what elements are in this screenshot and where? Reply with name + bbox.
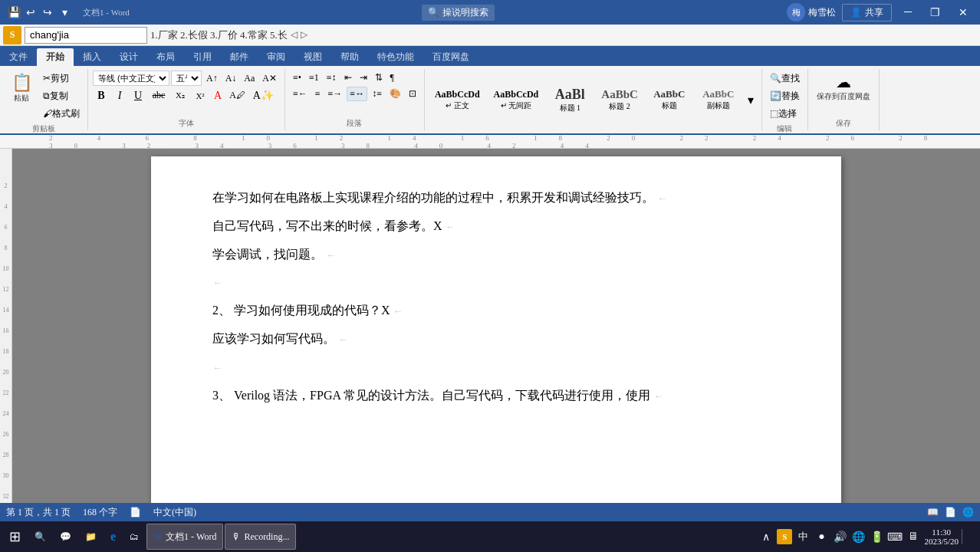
select-button[interactable]: ⬚ 选择 — [767, 106, 803, 122]
tab-file[interactable]: 文件 — [0, 48, 37, 66]
undo-quick-btn[interactable]: ↩ — [23, 5, 38, 20]
close-button[interactable]: ✕ — [952, 5, 974, 21]
highlight-btn[interactable]: A🖊 — [226, 88, 248, 103]
italic-button[interactable]: I — [111, 88, 128, 104]
text-effect-btn[interactable]: A✨ — [250, 87, 277, 104]
font-name-select[interactable]: 等线 (中文正文) — [93, 71, 169, 86]
customize-quick-btn[interactable]: ▾ — [57, 5, 72, 20]
font-size-select[interactable]: 五号 — [171, 71, 202, 86]
save-to-baidu-button[interactable]: ☁ 保存到百度网盘 — [813, 71, 874, 104]
line-spacing-btn[interactable]: ↕≡ — [369, 87, 385, 101]
number-list-btn[interactable]: ≡1 — [306, 71, 322, 85]
format-painter-button[interactable]: 🖌 格式刷 — [40, 106, 83, 122]
tray-dot[interactable]: ● — [814, 529, 829, 544]
taskbar-edge[interactable]: e — [104, 524, 122, 550]
bullet-list-btn[interactable]: ≡• — [290, 71, 304, 85]
taskbar-explorer[interactable]: 📁 — [79, 524, 103, 550]
document-page-area[interactable]: 在学习如何在电路板上实现课程介绍的功能的过程中，积累开发和调试经验技巧。 ← 自… — [12, 149, 980, 503]
taskbar-recording[interactable]: 🎙 Recording... — [225, 524, 296, 550]
multilevel-list-btn[interactable]: ≡↕ — [324, 71, 340, 85]
subscript-button[interactable]: X₂ — [171, 89, 189, 102]
tab-layout[interactable]: 布局 — [147, 48, 184, 66]
tab-special[interactable]: 特色功能 — [368, 48, 423, 66]
view-mode-print-icon[interactable]: 📄 — [945, 507, 956, 518]
underline-button[interactable]: U — [130, 88, 146, 104]
redo-quick-btn[interactable]: ↪ — [40, 5, 55, 20]
find-button[interactable]: 🔍 查找 — [767, 71, 803, 87]
style-normal[interactable]: AaBbCcDd ↵ 正文 — [429, 87, 485, 113]
align-center-btn[interactable]: ≡ — [312, 87, 324, 101]
borders-btn[interactable]: ⊡ — [406, 87, 419, 101]
clear-format-btn[interactable]: A✕ — [259, 71, 280, 86]
tab-baidu[interactable]: 百度网盘 — [423, 48, 478, 66]
strikethrough-button[interactable]: abc — [148, 88, 169, 103]
system-clock[interactable]: 11:30 2023/5/20 — [924, 527, 959, 546]
tray-zh[interactable]: 中 — [795, 529, 811, 544]
taskbar-word[interactable]: W 文档1 - Word — [146, 524, 223, 550]
tray-arrow[interactable]: ∧ — [758, 529, 774, 544]
taskbar-explorer2[interactable]: 🗂 — [123, 524, 145, 550]
decrease-font-btn[interactable]: A↓ — [222, 71, 240, 86]
styles-expand-btn[interactable]: ▾ — [745, 91, 757, 109]
style-h1[interactable]: AaBl 标题 1 — [547, 84, 593, 116]
taskbar-chat[interactable]: 💬 — [54, 524, 77, 550]
ime-arrow-right[interactable]: ▷ — [301, 29, 307, 41]
find-label: 查找 — [781, 72, 800, 85]
copy-button[interactable]: ⧉ 复制 — [40, 88, 83, 104]
tray-sound[interactable]: 🔊 — [832, 529, 847, 544]
style-subtitle[interactable]: AaBbC 副标题 — [696, 86, 742, 113]
superscript-button[interactable]: X² — [191, 90, 209, 102]
style-h2[interactable]: AaBbC 标题 2 — [596, 86, 643, 114]
show-desktop-btn[interactable] — [962, 529, 977, 544]
restore-button[interactable]: ❐ — [924, 5, 946, 21]
shading-btn[interactable]: 🎨 — [386, 87, 404, 101]
increase-indent-btn[interactable]: ⇥ — [357, 71, 370, 85]
replace-button[interactable]: 🔄 替换 — [767, 88, 803, 104]
title-bar-center: 🔍 操说明搜索 — [422, 5, 495, 21]
tab-home[interactable]: 开始 — [37, 48, 74, 66]
save-quick-btn[interactable]: 💾 — [6, 5, 21, 20]
align-right-btn[interactable]: ≡→ — [325, 87, 346, 101]
clipboard-content: 📋 粘贴 ✂ 剪切 ⧉ 复制 🖌 格式刷 — [5, 71, 83, 122]
tab-help[interactable]: 帮助 — [331, 48, 368, 66]
font-color-btn[interactable]: A — [211, 88, 225, 104]
tab-review[interactable]: 审阅 — [258, 48, 294, 66]
justify-btn[interactable]: ≡↔ — [347, 87, 367, 101]
increase-font-btn[interactable]: A↑ — [203, 71, 221, 86]
ime-input[interactable] — [25, 27, 147, 44]
show-marks-btn[interactable]: ¶ — [387, 71, 397, 85]
return-mark-2: ← — [446, 221, 455, 232]
change-case-btn[interactable]: Aa — [241, 71, 258, 86]
decrease-indent-btn[interactable]: ⇤ — [341, 71, 355, 85]
tray-keyboard[interactable]: ⌨ — [887, 529, 903, 544]
tray-sougou[interactable]: S — [777, 529, 792, 544]
share-button[interactable]: 👤 共享 — [842, 4, 892, 21]
ime-arrow-left[interactable]: ◁ — [291, 29, 298, 41]
style-no-space[interactable]: AaBbCcDd ↵ 无间距 — [488, 87, 544, 113]
align-left-btn[interactable]: ≡← — [290, 87, 311, 101]
find-icon: 🔍 — [770, 73, 781, 84]
tray-battery[interactable]: 🔋 — [869, 529, 884, 544]
tab-view[interactable]: 视图 — [294, 48, 331, 66]
user-area: 梅 梅雪松 — [787, 3, 836, 21]
view-mode-read-icon[interactable]: 📖 — [927, 507, 939, 518]
tray-monitor[interactable]: 🖥 — [906, 529, 921, 544]
view-mode-web-icon[interactable]: 🌐 — [962, 507, 974, 518]
taskbar-word-icon: W — [153, 531, 163, 543]
bold-button[interactable]: B — [93, 88, 110, 104]
doc-para-5: 2、 学习如何使用现成的代码？X ← — [212, 300, 780, 322]
cut-button[interactable]: ✂ 剪切 — [40, 71, 83, 87]
document-page[interactable]: 在学习如何在电路板上实现课程介绍的功能的过程中，积累开发和调试经验技巧。 ← 自… — [151, 156, 841, 503]
tab-references[interactable]: 引用 — [184, 48, 221, 66]
tab-insert[interactable]: 插入 — [74, 48, 110, 66]
paste-button[interactable]: 📋 粘贴 — [5, 71, 38, 106]
minimize-button[interactable]: ─ — [898, 5, 918, 20]
taskbar-search[interactable]: 🔍 — [28, 524, 52, 550]
tab-design[interactable]: 设计 — [110, 48, 147, 66]
title-search-box[interactable]: 🔍 操说明搜索 — [422, 5, 495, 21]
sort-btn[interactable]: ⇅ — [372, 71, 386, 85]
style-h3[interactable]: AaBbC 标题 — [646, 86, 692, 113]
tray-network[interactable]: 🌐 — [850, 529, 866, 544]
start-button[interactable]: ⊞ — [3, 527, 27, 547]
tab-mailings[interactable]: 邮件 — [221, 48, 258, 66]
